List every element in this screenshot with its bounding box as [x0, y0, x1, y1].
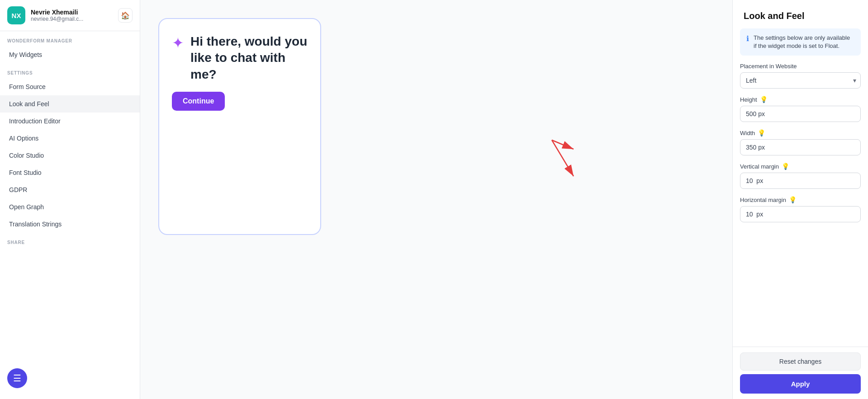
preview-area: ✦ Hi there, would you like to chat with … [140, 0, 732, 399]
sidebar-item-introduction-editor[interactable]: Introduction Editor [0, 113, 140, 130]
horizontal-margin-tip-icon: 💡 [789, 196, 797, 203]
apply-button[interactable]: Apply [740, 374, 861, 394]
horizontal-margin-input[interactable] [740, 206, 861, 222]
height-tip-icon: 💡 [760, 96, 768, 103]
placement-select-wrapper: Left Right Center ▾ [740, 72, 861, 89]
sidebar-item-color-studio[interactable]: Color Studio [0, 147, 140, 164]
home-button[interactable]: 🏠 [118, 8, 133, 23]
info-icon: ℹ [746, 34, 749, 43]
width-label: Width 💡 [740, 129, 861, 136]
sidebar: NX Nevrie Xhemaili nevriee.94@gmail.c...… [0, 0, 140, 399]
height-field: Height 💡 [733, 96, 868, 129]
panel-footer: Reset changes Apply [733, 347, 868, 399]
reset-button[interactable]: Reset changes [740, 352, 861, 371]
vertical-margin-label: Vertical margin 💡 [740, 163, 861, 170]
vertical-margin-input[interactable] [740, 173, 861, 189]
info-banner-text: The settings below are only available if… [754, 34, 854, 50]
sidebar-item-look-and-feel[interactable]: Look and Feel [0, 95, 140, 113]
sidebar-item-form-source[interactable]: Form Source [0, 78, 140, 95]
manager-label: WONDERFORM MANAGER [0, 31, 140, 46]
sidebar-item-open-graph[interactable]: Open Graph [0, 198, 140, 216]
placement-label: Placement in Website [740, 63, 861, 70]
sparkle-icon: ✦ [172, 34, 184, 52]
sidebar-item-ai-options[interactable]: AI Options [0, 130, 140, 147]
share-label: SHARE [0, 233, 140, 248]
height-label: Height 💡 [740, 96, 861, 103]
settings-label: SETTINGS [0, 63, 140, 78]
width-tip-icon: 💡 [758, 129, 765, 136]
height-input[interactable] [740, 106, 861, 122]
info-banner: ℹ The settings below are only available … [740, 28, 861, 56]
user-name: Nevrie Xhemaili [31, 9, 113, 16]
vertical-margin-tip-icon: 💡 [782, 163, 789, 170]
menu-fab[interactable]: ☰ [7, 368, 27, 388]
placement-field: Placement in Website Left Right Center ▾ [733, 63, 868, 96]
horizontal-margin-field: Horizontal margin 💡 [733, 196, 868, 230]
panel-title: Look and Feel [733, 0, 868, 28]
main-content: ✦ Hi there, would you like to chat with … [140, 0, 732, 399]
width-input[interactable] [740, 139, 861, 155]
widget-greeting-row: ✦ Hi there, would you like to chat with … [172, 33, 308, 83]
greeting-text: Hi there, would you like to chat with me… [190, 33, 308, 83]
sidebar-header: NX Nevrie Xhemaili nevriee.94@gmail.c...… [0, 0, 140, 31]
user-info: Nevrie Xhemaili nevriee.94@gmail.c... [31, 9, 113, 22]
user-email: nevriee.94@gmail.c... [31, 16, 113, 22]
horizontal-margin-label: Horizontal margin 💡 [740, 196, 861, 203]
placement-select[interactable]: Left Right Center [740, 72, 861, 89]
sidebar-item-gdpr[interactable]: GDPR [0, 181, 140, 198]
widget-preview: ✦ Hi there, would you like to chat with … [158, 18, 321, 235]
right-panel: Look and Feel ℹ The settings below are o… [732, 0, 868, 399]
avatar: NX [7, 6, 25, 24]
sidebar-item-font-studio[interactable]: Font Studio [0, 164, 140, 181]
sidebar-item-my-widgets[interactable]: My Widgets [0, 46, 140, 63]
sidebar-item-translation-strings[interactable]: Translation Strings [0, 216, 140, 233]
continue-button[interactable]: Continue [172, 92, 225, 111]
width-field: Width 💡 [733, 129, 868, 163]
vertical-margin-field: Vertical margin 💡 [733, 163, 868, 196]
